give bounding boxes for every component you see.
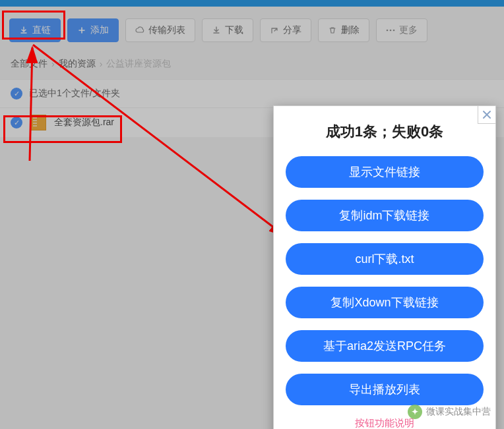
- show-file-link-button[interactable]: 显示文件链接: [286, 156, 484, 188]
- close-icon: [482, 109, 492, 120]
- curl-download-button[interactable]: curl下载.txt: [286, 243, 484, 275]
- watermark: ✦ 微课实战集中营: [408, 405, 491, 419]
- wechat-icon: ✦: [408, 405, 422, 419]
- dialog-title: 成功1条；失败0条: [286, 122, 484, 142]
- close-button[interactable]: [478, 105, 496, 124]
- result-dialog: 成功1条；失败0条 显示文件链接 复制idm下载链接 curl下载.txt 复制…: [273, 105, 496, 429]
- copy-xdown-link-button[interactable]: 复制Xdown下载链接: [286, 287, 484, 318]
- export-playlist-button[interactable]: 导出播放列表: [286, 374, 484, 405]
- aria2-rpc-button[interactable]: 基于aria2发送RPC任务: [286, 330, 484, 362]
- copy-idm-link-button[interactable]: 复制idm下载链接: [286, 200, 484, 231]
- watermark-text: 微课实战集中营: [426, 406, 491, 418]
